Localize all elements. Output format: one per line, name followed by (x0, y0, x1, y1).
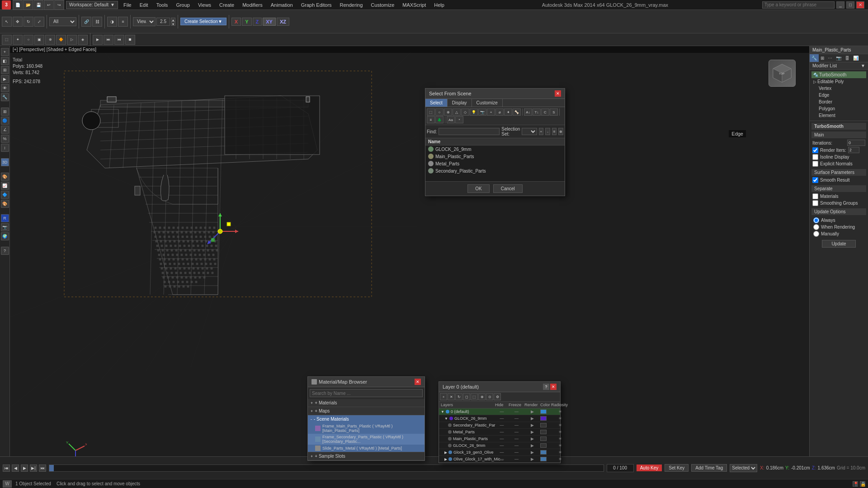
layer-item-glock19[interactable]: ▶ Glock_19_gen3_Olive — — ▶ ☀ (439, 449, 560, 456)
sel-flat[interactable]: ≡ (427, 116, 435, 123)
modifier-edge[interactable]: Edge (811, 92, 866, 99)
menu-file[interactable]: File (120, 1, 135, 9)
layer-radiosity-gs[interactable]: ☀ (551, 443, 569, 448)
tb2-btn1[interactable]: ⬚ (2, 35, 12, 45)
rotate-btn[interactable]: ↻ (24, 17, 33, 27)
mb-item-slide-metal[interactable]: Slide_Parts_Metal ( VRayMtl ) [Metal_Par… (308, 445, 425, 452)
playback-next[interactable]: ▶| (30, 465, 37, 472)
move-btn[interactable]: ✥ (13, 17, 23, 27)
axis-z-btn[interactable]: Z (253, 18, 262, 26)
find-input[interactable] (439, 128, 500, 135)
smoothing-groups-check[interactable] (812, 200, 818, 206)
sel-bone[interactable]: 🦴 (513, 108, 521, 116)
menu-views[interactable]: Views (194, 1, 215, 9)
render-iters-input[interactable] (848, 147, 859, 153)
tb2-btn6[interactable]: 🔶 (56, 35, 66, 45)
layer-item-default[interactable]: ▼ 0 (default) — — ▶ ☀ (439, 408, 560, 415)
sel-light[interactable]: 💡 (470, 108, 478, 116)
sidebar-angle[interactable]: ∠ (1, 126, 9, 134)
link-btn[interactable]: 🔗 (81, 17, 91, 27)
layer-color-mp[interactable] (540, 436, 547, 441)
layer-freeze-olive[interactable]: — (509, 457, 524, 461)
redo-btn[interactable]: ↪ (54, 0, 64, 10)
menu-maxscript[interactable]: MAXScript (399, 1, 429, 9)
tb2-btn7[interactable]: ▷ (67, 35, 77, 45)
layer-hide-metal[interactable]: — (495, 430, 509, 434)
sidebar-3d-snap[interactable]: 3D (1, 158, 9, 166)
materials-check[interactable] (812, 193, 818, 199)
layer-help-btn[interactable]: ? (543, 384, 549, 390)
modifier-list-dropdown[interactable]: ▼ (861, 63, 865, 68)
sel-shape[interactable]: ◇ (461, 108, 469, 116)
layer-freeze-default[interactable]: — (509, 409, 524, 414)
status-icon1[interactable]: 📍 (853, 481, 858, 487)
sel-partial[interactable]: * (455, 116, 463, 123)
sel-sort-color[interactable]: C (541, 108, 549, 116)
sidebar-track[interactable]: 📈 (1, 182, 9, 190)
sel-tree[interactable]: 🌲 (435, 116, 443, 123)
axis-xz-btn[interactable]: XZ (277, 18, 289, 26)
sel-all[interactable]: ⬚ (427, 108, 435, 116)
sel-all2[interactable]: ✦ (504, 108, 512, 116)
layer-close-btn[interactable]: ✕ (550, 384, 557, 390)
layer-radiosity-metal[interactable]: ☀ (551, 430, 569, 434)
workspace-dropdown[interactable]: Workspace: Default▼ (66, 1, 118, 9)
panel-icon5[interactable]: 🎛 (843, 54, 851, 62)
maximize-btn[interactable]: □ (846, 1, 854, 9)
save-btn[interactable]: 💾 (33, 0, 43, 10)
isoline-check[interactable] (812, 154, 818, 160)
sel-sort-name[interactable]: A↓ (524, 108, 532, 116)
iterations-input[interactable] (847, 140, 865, 146)
layer-render-olive[interactable]: ▶ (524, 457, 540, 461)
menu-animation[interactable]: Animation (267, 1, 297, 9)
tb2-render2[interactable]: ⏭ (104, 35, 113, 45)
unlink-btn[interactable]: ⛓ (92, 17, 102, 27)
layer-render-mp[interactable]: ▶ (524, 436, 540, 441)
manually-radio[interactable] (813, 231, 819, 237)
sel-set-btn3[interactable]: ≡ (552, 128, 557, 135)
modifier-element[interactable]: Element (811, 112, 866, 119)
layer-new[interactable]: + (440, 393, 447, 400)
layer-freeze-glock[interactable]: — (509, 416, 524, 421)
mb-close-btn[interactable]: ✕ (415, 379, 421, 385)
modifier-vertex[interactable]: Vertex (811, 85, 866, 92)
layer-color-g19[interactable] (540, 450, 547, 455)
panel-icon4[interactable]: 📷 (834, 54, 843, 62)
panel-icon2[interactable]: ⊞ (819, 54, 826, 62)
layer-select-obj[interactable]: ⊙ (486, 393, 493, 400)
menu-group[interactable]: Group (172, 1, 193, 9)
mirror-btn[interactable]: ◑ (107, 17, 117, 27)
axis-y-btn[interactable]: Y (242, 18, 251, 26)
select-btn[interactable]: ↖ (2, 17, 12, 27)
undo-btn[interactable]: ↩ (44, 0, 54, 10)
sel-sort-size[interactable]: S (550, 108, 558, 116)
sel-cam[interactable]: 📷 (478, 108, 486, 116)
sidebar-motion[interactable]: ▶ (1, 75, 9, 83)
new-btn[interactable]: 📄 (13, 0, 23, 10)
ok-btn[interactable]: OK (467, 184, 489, 193)
menu-tools[interactable]: Tools (153, 1, 172, 9)
mb-scene-materials-header[interactable]: - - Scene Materials (308, 415, 425, 423)
tb2-render1[interactable]: ▶ (93, 35, 103, 45)
sel-helper[interactable]: + (487, 108, 495, 116)
playback-end[interactable]: ⏭ (39, 465, 46, 472)
open-btn[interactable]: 📂 (23, 0, 33, 10)
display-tab[interactable]: Display (448, 99, 472, 107)
layer-color-glock[interactable] (540, 416, 547, 421)
tb2-btn2[interactable]: ✦ (13, 35, 23, 45)
layer-item-glock-sub[interactable]: GLOCK_26_9mm — — ▶ ☀ (439, 442, 560, 449)
align-btn[interactable]: ≡ (118, 17, 128, 27)
sidebar-render[interactable]: R (1, 214, 9, 222)
layer-hide-default[interactable]: — (495, 409, 509, 414)
sidebar-color[interactable]: 🎨 (1, 200, 9, 208)
panel-modify-icon[interactable]: 🔧 (810, 54, 819, 62)
welcome-btn[interactable]: W (3, 480, 12, 488)
sidebar-magnet[interactable]: 🔵 (1, 117, 9, 125)
layer-render-glock[interactable]: ▶ (524, 416, 540, 421)
layer-color-default[interactable] (540, 409, 547, 414)
playback-play[interactable]: ▶ (21, 465, 28, 472)
layer-item-main-plastic[interactable]: Main_Plastic_Parts — — ▶ ☀ (439, 436, 560, 442)
layer-color-gs[interactable] (540, 443, 547, 448)
layer-item-secondary[interactable]: Secondary_Plastic_Par — — ▶ ☀ (439, 422, 560, 429)
sel-set-btn1[interactable]: + (539, 128, 544, 135)
